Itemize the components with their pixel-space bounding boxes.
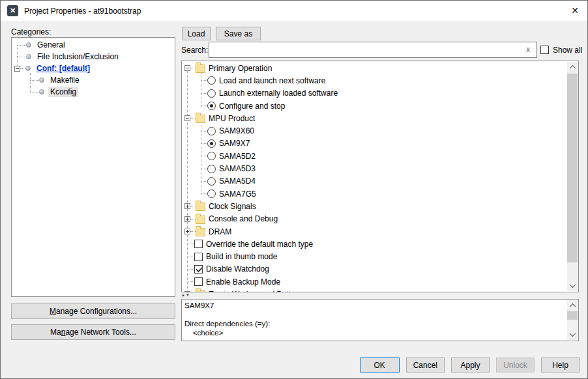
- kconfig-item[interactable]: SAMA5D2: [182, 150, 567, 162]
- search-input[interactable]: [209, 42, 537, 58]
- category-item[interactable]: Kconfig: [12, 86, 175, 98]
- manage-configurations-button[interactable]: Manage Configurations...: [11, 303, 175, 319]
- category-label: Kconfig: [48, 87, 78, 97]
- tree-guide: [188, 257, 194, 257]
- kconfig-item[interactable]: Configure and stop: [182, 100, 567, 112]
- category-label: File Inclusion/Exclusion: [37, 52, 119, 61]
- radio-unchecked[interactable]: [207, 152, 216, 160]
- expander-plus-icon[interactable]: [184, 229, 190, 234]
- radio-unchecked[interactable]: [207, 89, 216, 98]
- node-icon: [39, 77, 44, 83]
- category-item[interactable]: General: [12, 39, 175, 51]
- apply-button[interactable]: Apply: [451, 358, 490, 372]
- radio-unchecked[interactable]: [207, 177, 216, 186]
- tree-guide: [190, 68, 196, 68]
- kconfig-item[interactable]: DRAM: [182, 225, 567, 238]
- unlock-button: Unlock: [496, 358, 535, 372]
- expander-minus-icon[interactable]: [184, 291, 190, 292]
- kconfig-item-label: SAMA7G5: [219, 190, 256, 199]
- kconfig-item[interactable]: Enable Backup Mode: [182, 275, 567, 288]
- description-line: SAM9X7: [184, 301, 565, 310]
- radio-checked[interactable]: [207, 139, 216, 148]
- radio-unchecked[interactable]: [207, 127, 216, 135]
- scrollbar-thumb[interactable]: [567, 74, 578, 262]
- kconfig-item-label: Configure and stop: [219, 102, 285, 111]
- radio-unchecked[interactable]: [207, 165, 216, 173]
- scroll-down-icon[interactable]: [567, 329, 578, 340]
- label-part: anage Configurations...: [56, 307, 137, 316]
- kconfig-item[interactable]: Load and launch next software: [182, 74, 567, 87]
- kconfig-item-label: Console and Debug: [209, 214, 278, 223]
- kconfig-item-label: DRAM: [209, 227, 231, 236]
- kconfig-item-label: SAMA5D2: [219, 152, 256, 161]
- kconfig-item[interactable]: Primary Operation: [182, 62, 567, 74]
- folder-icon: [196, 290, 205, 292]
- radio-unchecked[interactable]: [207, 190, 216, 198]
- folder-icon: [196, 115, 205, 123]
- load-button[interactable]: Load: [182, 27, 211, 40]
- checkbox-unchecked[interactable]: [194, 277, 203, 286]
- expander-minus-icon[interactable]: [184, 65, 190, 71]
- tree-guide: [188, 281, 194, 282]
- save-as-button[interactable]: Save as: [216, 27, 261, 40]
- checkbox-unchecked[interactable]: [194, 240, 203, 248]
- radio-checked[interactable]: [207, 102, 216, 110]
- folder-icon: [196, 64, 205, 73]
- kconfig-item-label: Enable Backup Mode: [206, 277, 280, 287]
- kconfig-item[interactable]: SAM9X60: [182, 124, 567, 137]
- description-scrollbar[interactable]: [567, 300, 578, 340]
- help-button[interactable]: Help: [541, 358, 580, 372]
- splitter-collapse-icons[interactable]: ▲▼: [181, 293, 190, 298]
- category-item[interactable]: File Inclusion/Exclusion: [12, 51, 175, 63]
- kconfig-item-label: MPU Product: [209, 114, 255, 123]
- kconfig-item-label: SAMA5D3: [219, 164, 256, 173]
- kconfig-item[interactable]: Override the default mach type: [182, 238, 567, 250]
- checkbox-checked[interactable]: [194, 265, 203, 274]
- kconfig-item-label: SAM9X7: [219, 139, 250, 148]
- category-item[interactable]: Makefile: [12, 74, 175, 86]
- expander-minus-icon[interactable]: [184, 115, 190, 121]
- close-icon[interactable]: ✕: [571, 5, 579, 16]
- collapse-down-icon[interactable]: ▼: [186, 293, 190, 297]
- scroll-up-icon[interactable]: [567, 62, 578, 73]
- manage-network-tools-button[interactable]: Manage Network Tools...: [11, 324, 175, 340]
- kconfig-item[interactable]: MPU Product: [182, 112, 567, 124]
- kconfig-item[interactable]: Build in thumb mode: [182, 250, 567, 262]
- kconfig-item[interactable]: SAMA7G5: [182, 188, 567, 200]
- kconfig-item[interactable]: Console and Debug: [182, 213, 567, 225]
- collapse-up-icon[interactable]: ▲: [181, 293, 186, 297]
- expander-plus-icon[interactable]: [184, 216, 190, 222]
- ok-button[interactable]: OK: [360, 358, 400, 372]
- kconfig-item[interactable]: Errata Workaround Butt: [182, 288, 567, 292]
- cancel-button[interactable]: Cancel: [406, 358, 445, 372]
- scrollbar-thumb[interactable]: [567, 311, 578, 320]
- scroll-up-icon[interactable]: [567, 300, 578, 311]
- expander-minus-icon[interactable]: [14, 66, 20, 72]
- kconfig-item-label: Primary Operation: [209, 64, 272, 73]
- scroll-down-icon[interactable]: [567, 280, 578, 291]
- show-all-checkbox[interactable]: [540, 46, 549, 54]
- kconfig-item[interactable]: SAMA5D4: [182, 175, 567, 188]
- clear-search-icon[interactable]: x: [526, 45, 530, 54]
- radio-unchecked[interactable]: [207, 76, 216, 85]
- kconfig-item[interactable]: Clock Signals: [182, 200, 567, 212]
- expander-plus-icon[interactable]: [184, 203, 190, 209]
- tree-guide: [190, 206, 196, 206]
- kconfig-item[interactable]: Launch externally loaded software: [182, 87, 567, 100]
- categories-label: Categories:: [11, 27, 51, 36]
- kconfig-item-label: SAMA5D4: [219, 176, 256, 186]
- tree-guide: [17, 57, 26, 57]
- kconfig-item[interactable]: Disable Watchdog: [182, 263, 567, 275]
- node-icon: [26, 54, 31, 59]
- kconfig-item-label: Override the default mach type: [206, 240, 313, 249]
- tree-scrollbar[interactable]: [567, 62, 578, 291]
- category-item[interactable]: Conf: [default]: [12, 63, 175, 74]
- description-line: Direct dependencies (=y):: [184, 319, 565, 328]
- tree-guide: [201, 156, 207, 156]
- checkbox-unchecked[interactable]: [194, 253, 203, 261]
- kconfig-item[interactable]: SAM9X7: [182, 137, 567, 150]
- project-properties-dialog: ✕ Project Properties - at91bootstrap ✕ C…: [0, 0, 588, 379]
- search-label: Search:: [181, 46, 208, 55]
- kconfig-item[interactable]: SAMA5D3: [182, 162, 567, 175]
- tree-guide: [201, 181, 207, 182]
